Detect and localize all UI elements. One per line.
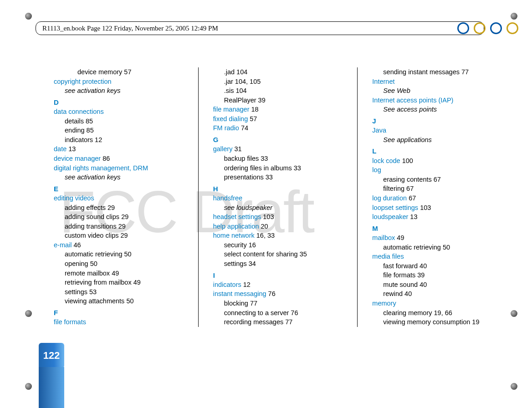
index-page-ref: 76 — [266, 290, 276, 297]
index-heading-text: device manager — [54, 155, 101, 162]
see-prefix: see — [224, 204, 236, 211]
index-subentry: recording messages 77 — [213, 317, 343, 327]
registration-mark-icon — [25, 383, 32, 390]
index-section-letter: D — [54, 97, 184, 107]
see-prefix: See — [383, 87, 397, 94]
index-heading: memory — [372, 299, 502, 308]
index-subentry: backup files 33 — [213, 154, 343, 163]
page-number-tab: 122 — [39, 343, 64, 368]
index-page-ref: 103 — [261, 213, 274, 220]
index-subentry: .jad 104 — [213, 67, 343, 77]
index-page-ref: 20 — [259, 223, 268, 230]
side-gradient-decoration — [39, 367, 64, 408]
color-registration-icons — [457, 22, 518, 34]
index-page-ref: 18 — [249, 106, 258, 113]
index-subentry: connecting to a server 76 — [213, 308, 343, 318]
index-subentry: device memory 57 — [54, 67, 184, 77]
see-target: Web — [397, 87, 410, 94]
ring-icon — [506, 22, 518, 34]
index-heading: loopset settings 103 — [372, 203, 502, 213]
see-target: activation keys — [77, 87, 120, 94]
index-page-ref: 46 — [72, 241, 81, 249]
index-page-ref: 13 — [66, 145, 76, 153]
ring-icon — [490, 22, 502, 34]
index-heading: home network 16, 33 — [213, 231, 343, 240]
index-see-reference: see loudspeaker — [213, 203, 343, 213]
index-subentry: file formats 39 — [372, 270, 502, 280]
index-page-ref: 49 — [395, 234, 404, 241]
index-page-ref: 67 — [407, 194, 416, 202]
index-heading-text: log duration — [372, 194, 407, 202]
index-subentry: .sis 104 — [213, 86, 343, 96]
index-subentry: adding transitions 29 — [54, 222, 184, 231]
ring-icon — [474, 22, 486, 34]
see-target: loudspeaker — [236, 204, 272, 211]
index-heading: device manager 86 — [54, 154, 184, 163]
index-section-letter: H — [213, 184, 343, 194]
index-heading: media files — [372, 252, 502, 261]
see-prefix: see — [65, 87, 77, 94]
index-heading: file formats — [54, 317, 184, 327]
index-page-ref: 100 — [400, 157, 413, 164]
index-subentry: security 16 — [213, 240, 343, 250]
index-subentry: ending 85 — [54, 126, 184, 135]
index-subentry: select content for sharing 35 — [213, 250, 343, 259]
registration-mark-icon — [511, 310, 517, 317]
registration-mark-icon — [511, 13, 517, 20]
index-heading: Java — [372, 126, 502, 135]
index-subentry: clearing memory 19, 66 — [372, 308, 502, 318]
index-subentry: .jar 104, 105 — [213, 77, 343, 87]
index-column-3: sending instant messages 77InternetSee W… — [369, 67, 505, 327]
see-prefix: see — [65, 173, 77, 181]
index-heading-text: home network — [213, 232, 255, 239]
column-separator — [357, 67, 358, 327]
index-subentry: retrieving from mailbox 49 — [54, 278, 184, 287]
index-subentry: settings 53 — [54, 287, 184, 297]
index-subentry: indicators 12 — [54, 135, 184, 145]
index-heading-text: loudspeaker — [372, 213, 408, 220]
index-heading: loudspeaker 13 — [372, 212, 502, 222]
index-heading: file manager 18 — [213, 105, 343, 114]
index-heading: log duration 67 — [372, 194, 502, 203]
index-heading-text: gallery — [213, 145, 233, 153]
index-heading-text: file manager — [213, 106, 250, 113]
index-see-reference: see activation keys — [54, 86, 184, 96]
index-section-letter: E — [54, 184, 184, 194]
index-heading: date 13 — [54, 144, 184, 154]
page-meta-bar: R1113_en.book Page 122 Friday, November … — [36, 21, 484, 35]
index-heading-text: help application — [213, 223, 259, 230]
index-heading: indicators 12 — [213, 280, 343, 290]
index-page-ref: 12 — [241, 281, 251, 288]
index-heading: e-mail 46 — [54, 240, 184, 250]
index-subentry: automatic retrieving 50 — [54, 250, 184, 259]
registration-mark-icon — [25, 310, 32, 317]
index-heading: Internet — [372, 77, 502, 87]
index-see-reference: See Web — [372, 86, 502, 96]
index-heading-text: instant messaging — [213, 290, 266, 297]
index-heading: FM radio 74 — [213, 123, 343, 133]
index-subentry: remote mailbox 49 — [54, 269, 184, 278]
index-heading: lock code 100 — [372, 156, 502, 166]
index-see-reference: See applications — [372, 135, 502, 145]
index-heading: gallery 31 — [213, 144, 343, 154]
index-subentry: mute sound 40 — [372, 280, 502, 290]
index-page-ref: 13 — [408, 213, 417, 220]
index-heading: digital rights management, DRM — [54, 163, 184, 173]
index-heading-text: headset settings — [213, 213, 261, 220]
index-page-ref: 57 — [248, 115, 257, 122]
index-heading-text: loopset settings — [372, 204, 418, 211]
index-subentry: settings 34 — [213, 259, 343, 269]
see-prefix: See — [383, 136, 397, 143]
index-subentry: blocking 77 — [213, 299, 343, 308]
index-heading: headset settings 103 — [213, 212, 343, 222]
index-section-letter: G — [213, 135, 343, 144]
index-heading: help application 20 — [213, 222, 343, 231]
index-page-ref: 74 — [239, 124, 248, 132]
index-heading-text: indicators — [213, 281, 241, 288]
index-heading: fixed dialing 57 — [213, 114, 343, 124]
index-section-letter: J — [372, 116, 502, 126]
index-subentry: adding sound clips 29 — [54, 212, 184, 222]
index-section-letter: L — [372, 146, 502, 156]
index-heading: mailbox 49 — [372, 233, 502, 243]
index-subentry: RealPlayer 39 — [213, 96, 343, 105]
